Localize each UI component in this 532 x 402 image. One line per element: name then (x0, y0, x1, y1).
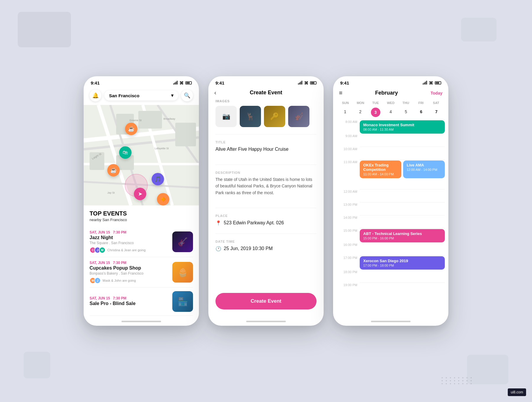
status-icons-1: ⌘ (173, 80, 192, 85)
avatar-5: J (94, 277, 101, 284)
abt-title: ABT - Technical Learning Series (363, 231, 441, 236)
map-pin-shop[interactable]: 🛍 (119, 146, 132, 159)
description-value[interactable]: The state of Utah in the United States i… (215, 176, 317, 201)
time-row-10am: 10:00 AM (337, 147, 445, 160)
event-item-cupcake[interactable]: SAT, JUN 15 7:30 PM Cupcakes Popup Shop … (90, 257, 193, 288)
phones-wrapper: 9:41 ⌘ 🔔 San Franci (84, 76, 448, 326)
today-button[interactable]: Today (431, 91, 442, 95)
event-abt[interactable]: ABT - Technical Learning Series 15:00 PM… (360, 229, 445, 242)
events-list: TOP EVENTS nearby San Francisco SAT, JUN… (84, 205, 199, 318)
time-label-5pm: 17:00 PM (337, 255, 357, 260)
time-line-2pm (360, 215, 445, 216)
event-info-cupcake: SAT, JUN 15 7:30 PM Cupcakes Popup Shop … (90, 261, 169, 284)
back-button[interactable]: ‹ (214, 89, 216, 96)
place-value[interactable]: 523 Edwin Parkway Apt. 026 (224, 219, 284, 226)
time-label-6pm: 18:00 PM (337, 270, 357, 274)
day-1[interactable]: 1 (338, 108, 352, 117)
event-name-cupcake: Cupcakes Popup Shop (90, 265, 169, 271)
home-indicator-2 (246, 321, 286, 322)
image-thumb-2[interactable]: 🔑 (264, 106, 285, 127)
avatars-jazz: C J M (90, 247, 106, 253)
event-info-sale: SAT, JUN 15 7:30 PM Sale Pro - Blind Sal… (90, 296, 169, 307)
calendar-grid: SUN MON TUE WED THU FRI SAT 1 2 3 4 5 6 … (333, 99, 448, 119)
wifi-icon-2: ⌘ (304, 81, 308, 85)
day-6[interactable]: 6 (414, 108, 428, 117)
title-value[interactable]: Alive After Five Happy Hour Cruise (215, 146, 317, 158)
time-row-4pm: 16:00 PM (337, 242, 445, 255)
battery-icon-1 (185, 81, 192, 85)
location-selector[interactable]: San Francisco ▾ (104, 90, 178, 100)
datetime-section: DATE TIME 🕐 25 Jun, 2019 10:30 PM (215, 240, 317, 252)
bg-decoration-2 (461, 18, 497, 41)
datetime-label: DATE TIME (215, 240, 317, 243)
time-label-10am: 10:00 AM (337, 147, 357, 151)
monaco-title: Monaco Investment Summit (363, 123, 441, 127)
divider-4 (215, 234, 317, 234)
map-pin-music[interactable]: 🎵 (152, 173, 164, 185)
map-pin-coffee2[interactable]: ☕ (107, 164, 120, 176)
menu-button[interactable]: ≡ (339, 90, 343, 96)
day-5[interactable]: 5 (399, 108, 413, 117)
event-monaco[interactable]: Monaco Investment Summit 08:00 AM - 11:3… (360, 120, 445, 134)
time-line-4pm (360, 242, 445, 243)
place-section: PLACE 📍 523 Edwin Parkway Apt. 026 (215, 214, 317, 226)
day-7[interactable]: 7 (429, 108, 444, 117)
battery-icon-3 (435, 81, 441, 85)
camera-icon: 📷 (222, 113, 230, 120)
event-item-sale[interactable]: SAT, JUN 15 7:30 PM Sale Pro - Blind Sal… (90, 288, 193, 316)
map-pin-coffee1[interactable]: ☕ (125, 123, 137, 135)
event-item-jazz[interactable]: SAT, JUN 15 7:30 PM Jazz Night The Squar… (90, 227, 193, 257)
map-pin-orange[interactable]: 🔶 (157, 193, 169, 205)
status-bar-2: 9:41 ⌘ (208, 76, 324, 87)
abt-time: 15:00 PM - 16:00 PM (363, 236, 441, 240)
status-time-2: 9:41 (215, 80, 224, 85)
signal-icon-1 (173, 80, 178, 85)
svg-text:Greene St: Greene St (129, 119, 142, 122)
day-4[interactable]: 4 (383, 108, 398, 117)
datetime-value[interactable]: 25 Jun, 2019 10:30 PM (224, 245, 273, 252)
phone-create-event: 9:41 ⌘ ‹ Create Event (208, 76, 324, 326)
bg-decoration-1 (18, 12, 71, 47)
event-live-ama[interactable]: Live AMA 12:00 AM - 14:00 PM (403, 161, 445, 178)
create-event-button[interactable]: Create Event (215, 293, 317, 309)
description-section: DESCRIPTION The state of Utah in the Uni… (215, 171, 317, 201)
map-pin-nav[interactable]: ➤ (134, 188, 146, 200)
image-thumb-1[interactable]: 🦌 (240, 106, 261, 127)
time-row-7pm: 19:00 PM (337, 283, 445, 296)
time-label-7pm: 19:00 PM (337, 283, 357, 287)
event-venue-cupcake: Bonpass's Bakery . San Francisco (90, 271, 169, 275)
day-header-thu: THU (398, 100, 413, 106)
status-bar-3: 9:41 ⌘ (333, 76, 448, 87)
time-label-4pm: 16:00 PM (337, 242, 357, 247)
search-button[interactable]: 🔍 (181, 90, 193, 101)
day-header-mon: MON (353, 100, 368, 106)
status-time-3: 9:41 (340, 80, 349, 85)
okex-time: 11:00 AM - 14:00 PM (363, 172, 398, 176)
map-view[interactable]: Laight St Broadway Greene St Jay St Lafa… (84, 105, 199, 205)
divider-1 (215, 134, 317, 134)
home-indicator-3 (371, 321, 411, 322)
attendee-text-jazz: Christina & Jean are going (107, 248, 146, 252)
time-row-12am: 12:00 AM (337, 189, 445, 202)
time-label-3pm: 15:00 PM (337, 228, 357, 232)
time-row-9am: 9:00 AM (337, 134, 445, 147)
images-label: IMAGES (215, 99, 317, 103)
time-row-5pm: 17:00 PM Xerocon San Diego 2019 17:00 PM… (337, 255, 445, 270)
clock-icon: 🕐 (215, 246, 221, 252)
image-thumb-3[interactable]: 🎻 (288, 106, 309, 127)
place-icon: 📍 (215, 220, 221, 226)
bg-decoration-4 (467, 355, 508, 384)
day-2[interactable]: 2 (353, 108, 367, 117)
event-okex[interactable]: OKEx Trading Competition 11:00 AM - 14:0… (360, 161, 401, 178)
month-title: February (375, 90, 398, 96)
event-attendees-jazz: C J M Christina & Jean are going (90, 247, 169, 253)
time-line-7pm (360, 283, 445, 283)
image-upload-box[interactable]: 📷 (215, 106, 237, 127)
place-label: PLACE (215, 214, 317, 218)
event-venue-jazz: The Square . San Francisco (90, 241, 169, 245)
place-row: 📍 523 Edwin Parkway Apt. 026 (215, 219, 317, 226)
notification-button[interactable]: 🔔 (90, 90, 101, 101)
event-info-jazz: SAT, JUN 15 7:30 PM Jazz Night The Squar… (90, 230, 169, 253)
event-xerocon[interactable]: Xerocon San Diego 2019 17:00 PM - 18:00 … (360, 256, 445, 270)
day-3-today[interactable]: 3 (371, 108, 380, 117)
